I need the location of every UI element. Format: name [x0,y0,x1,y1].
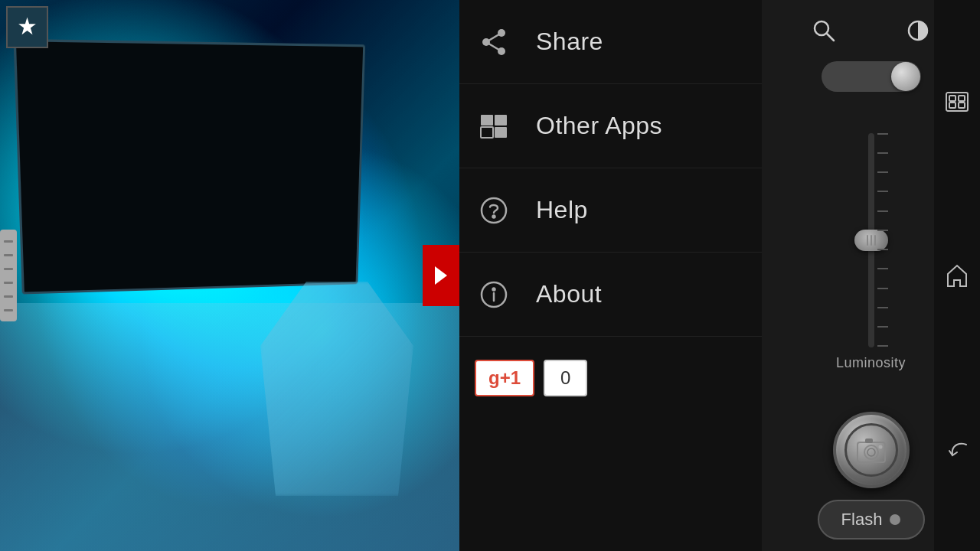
laptop-screen [14,38,366,294]
svg-point-10 [482,198,506,223]
menu-item-share[interactable]: Share [459,0,762,84]
knob-lines [867,235,876,246]
search-button[interactable] [805,11,843,50]
menu-item-help[interactable]: Help [459,168,762,253]
camera-preview [0,0,459,551]
count-button[interactable]: 0 [544,360,587,396]
tick [877,133,888,135]
menu-item-about[interactable]: About [459,253,762,337]
other-apps-icon [475,114,513,139]
flash-indicator [890,514,900,525]
tick [877,288,888,289]
tick [877,326,888,328]
strip-line [4,254,13,256]
svg-rect-9 [495,127,507,138]
svg-line-16 [827,34,834,41]
svg-rect-25 [959,96,965,101]
share-label: Share [536,28,603,56]
tick [877,268,888,269]
svg-rect-7 [481,127,493,138]
menu-bottom: g+1 0 [459,337,762,419]
svg-rect-26 [949,103,956,108]
tick [877,249,888,250]
back-nav-button[interactable] [940,432,974,466]
gplus-button[interactable]: g+1 [475,360,534,396]
svg-rect-21 [865,439,873,443]
svg-point-14 [493,288,495,290]
svg-marker-0 [435,266,447,285]
strip-line [4,268,13,270]
svg-point-19 [864,445,878,459]
tick [877,230,888,231]
arrow-icon [432,264,450,287]
luminosity-label: Luminosity [836,355,906,371]
strip-line [4,240,13,243]
tick [877,345,888,347]
camera-icon [856,436,887,464]
contrast-button[interactable] [899,11,937,50]
knob-line [871,235,872,246]
svg-rect-6 [481,115,493,126]
toggle-knob [891,62,920,91]
shutter-inner [844,423,898,477]
tick [877,152,888,154]
slider-ticks [877,133,888,347]
controls-panel: Luminosity Flash [762,0,980,551]
tick [877,171,888,173]
thumbnail[interactable] [6,6,48,48]
menu-panel: Share Other Apps Help [459,0,762,551]
svg-line-5 [486,42,501,51]
about-label: About [536,280,602,308]
strip-line [4,282,13,284]
tick [877,307,888,308]
scene-overlay [0,0,459,551]
count-label: 0 [560,367,570,388]
flash-button[interactable]: Flash [818,500,925,540]
knob-line [874,235,876,246]
hand-shape [260,282,413,496]
shutter-button[interactable] [833,412,910,488]
luminosity-slider-track[interactable] [868,133,874,347]
flash-label: Flash [841,510,883,530]
menu-item-other-apps[interactable]: Other Apps [459,84,762,168]
help-icon [475,197,513,224]
left-strip [0,230,17,321]
svg-rect-8 [495,115,507,126]
other-apps-label: Other Apps [536,112,662,140]
svg-rect-24 [949,96,956,101]
toggle-switch[interactable] [822,61,921,92]
home-nav-button[interactable] [940,259,974,292]
tick [877,191,888,192]
svg-point-20 [867,448,875,456]
svg-point-11 [493,215,495,217]
arrow-button[interactable] [423,245,459,306]
svg-line-4 [486,33,501,42]
gplus-label: g+1 [488,367,521,389]
slider-wrapper [868,133,874,347]
tick [877,210,888,212]
info-icon [475,281,513,308]
strip-line [4,309,13,311]
knob-line [867,235,868,246]
share-icon [475,28,513,56]
svg-point-22 [878,445,882,449]
help-label: Help [536,196,588,224]
thumbnail-icon [14,14,41,41]
right-edge-nav [934,0,980,551]
strip-line [4,295,13,298]
svg-rect-27 [959,103,965,108]
windows-nav-button[interactable] [940,85,974,119]
